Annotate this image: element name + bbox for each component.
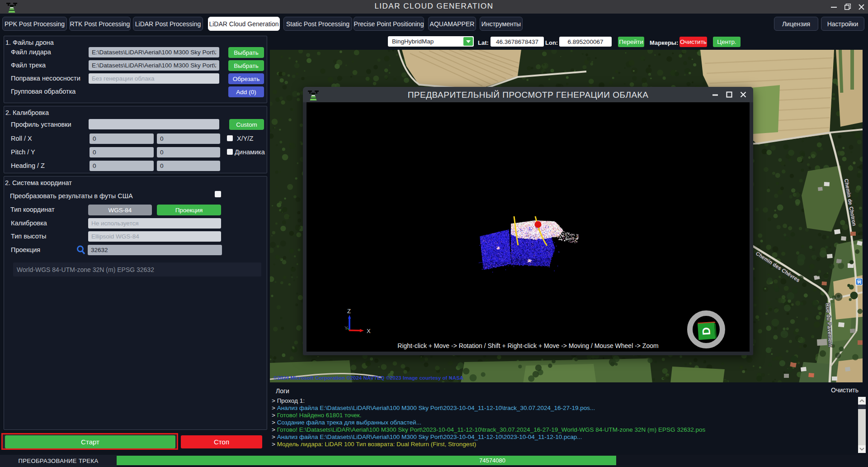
- projection-label: Проекция: [11, 246, 40, 253]
- lat-input[interactable]: [491, 37, 544, 47]
- wgs84-toggle-button[interactable]: WGS-84: [88, 205, 152, 215]
- modal-title-bar: ПРЕДВАРИТЕЛЬНЫЙ ПРОСМОТР ГЕНЕРАЦИИ ОБЛАК…: [303, 87, 753, 102]
- stop-button[interactable]: Стоп: [181, 435, 262, 448]
- heading-input-a[interactable]: [90, 161, 154, 171]
- progress-value: 74574080: [117, 457, 868, 464]
- modal-close-button[interactable]: [737, 87, 750, 102]
- logs-clear-button[interactable]: Очистить: [831, 386, 859, 394]
- window-title-bar: LIDAR CLOUD GENERATION: [0, 0, 868, 14]
- main-tab-bar: PPK Post Processing RTK Post Processing …: [0, 14, 868, 34]
- projection-result-box: World-WGS 84-UTM-zone 32N (m) EPSG 32632: [13, 262, 261, 276]
- log-line: > Анализ файла E:\Datasets\LiDAR\Aerial\…: [272, 405, 595, 411]
- dropdown-arrow-icon[interactable]: [463, 37, 473, 46]
- scrollbar-down-button[interactable]: [858, 445, 866, 453]
- dynamics-checkbox[interactable]: [227, 149, 233, 155]
- calibration-section-title: 2. Калибровка: [5, 109, 49, 116]
- window-minimize-button[interactable]: [827, 0, 840, 14]
- lon-label: Lon:: [545, 39, 558, 46]
- height-type-label: Тип высоты: [11, 233, 47, 240]
- tab-rtk-post-processing[interactable]: RTK Post Processing: [69, 17, 131, 31]
- heading-input-b[interactable]: [157, 161, 220, 171]
- height-type-input[interactable]: [88, 231, 221, 242]
- bus-stop-icon: [856, 278, 863, 285]
- roll-input-a[interactable]: [90, 133, 154, 144]
- logs-scrollbar[interactable]: [858, 397, 866, 453]
- install-profile-label: Профиль установки: [11, 121, 71, 128]
- xyz-checkbox[interactable]: [227, 135, 233, 141]
- viewport-hint-text: Right-click + Move -> Rotation / Shift +…: [307, 342, 750, 349]
- pitch-input-a[interactable]: [90, 147, 154, 157]
- projection-result-text: World-WGS 84-UTM-zone 32N (m) EPSG 32632: [17, 266, 154, 273]
- modal-title: ПРЕДВАРИТЕЛЬНЫЙ ПРОСМОТР ГЕНЕРАЦИИ ОБЛАК…: [303, 90, 753, 100]
- markers-label: Маркеры:: [650, 39, 678, 46]
- calibration-file-input[interactable]: [88, 218, 221, 229]
- left-settings-panel: 1. Файлы дрона Файл лидара Выбрать Файл …: [0, 34, 269, 455]
- map-go-button[interactable]: Перейти: [618, 37, 644, 47]
- log-line: > Готово! Найдено 61801 точек.: [272, 412, 361, 419]
- window-restore-button[interactable]: [841, 0, 854, 14]
- map-provider-value: BingHybridMap: [392, 38, 434, 45]
- scrollbar-thumb[interactable]: [858, 409, 866, 445]
- chevron-down-icon: [859, 448, 864, 451]
- lon-input[interactable]: [559, 37, 612, 47]
- track-file-input[interactable]: [89, 60, 219, 71]
- start-button[interactable]: Старт: [5, 435, 175, 448]
- chevron-up-icon: [859, 399, 864, 402]
- tab-precise-point-positioning[interactable]: Precise Point Positioning: [354, 17, 424, 31]
- coordinate-type-label: Тип координат: [10, 206, 55, 213]
- custom-profile-button[interactable]: Custom: [229, 119, 264, 130]
- window-close-button[interactable]: [855, 0, 868, 14]
- license-button[interactable]: Лицензия: [774, 17, 818, 31]
- point-cloud-viewport[interactable]: Z Y X D: [307, 102, 750, 352]
- pitch-input-b[interactable]: [157, 147, 220, 157]
- marker-red-dot: [535, 221, 542, 228]
- tab-static-post-processing[interactable]: Static Post Processing: [283, 17, 352, 31]
- progress-track: 74574080: [117, 455, 868, 467]
- log-line: > Модель лидара: LiDAR 100 Тип возврата:…: [272, 441, 476, 448]
- progress-bar-row: ПРЕОБРАЗОВАНИЕ ТРЕКА 74574080: [0, 455, 868, 467]
- minimize-icon: [712, 91, 718, 98]
- cloud-preview-modal: ПРЕДВАРИТЕЛЬНЫЙ ПРОСМОТР ГЕНЕРАЦИИ ОБЛАК…: [303, 87, 753, 355]
- scrollbar-up-button[interactable]: [858, 397, 866, 405]
- logs-panel: Логи Очистить > Проход 1:> Анализ файла …: [269, 382, 868, 455]
- map-center-button[interactable]: Центр.: [713, 37, 741, 47]
- roll-input-b[interactable]: [157, 133, 220, 144]
- app-title: LIDAR CLOUD GENERATION: [0, 2, 868, 11]
- projection-toggle-button[interactable]: Проекция: [157, 205, 221, 215]
- install-profile-input[interactable]: [89, 119, 219, 129]
- modal-maximize-button[interactable]: [723, 87, 736, 102]
- tab-lidar-cloud-generation[interactable]: LiDAR Cloud Generation: [208, 17, 280, 31]
- markers-clear-button[interactable]: Очистить: [679, 37, 707, 47]
- modal-minimize-button[interactable]: [709, 87, 722, 102]
- misalignment-input[interactable]: [89, 73, 219, 84]
- search-projection-icon[interactable]: [76, 245, 86, 255]
- roll-x-label: Roll / X: [11, 135, 32, 142]
- axis-x-label: X: [367, 328, 371, 334]
- projection-code-input[interactable]: [88, 245, 222, 255]
- application-window: LIDAR CLOUD GENERATION PPK Post Processi…: [0, 0, 868, 467]
- us-feet-checkbox[interactable]: [215, 191, 221, 197]
- batch-add-button[interactable]: Add (0): [228, 86, 264, 97]
- batch-processing-label: Групповая обработка: [11, 88, 75, 95]
- tab-ppk-post-processing[interactable]: PPK Post Processing: [2, 17, 67, 31]
- view-cube-letter: D: [700, 327, 712, 335]
- lat-label: Lat:: [478, 39, 489, 46]
- track-file-choose-button[interactable]: Выбрать: [228, 60, 264, 71]
- settings-button[interactable]: Настройки: [821, 17, 864, 31]
- tab-lidar-post-processing[interactable]: LiDAR Post Processing: [133, 17, 203, 31]
- crop-button[interactable]: Обрезать: [228, 73, 264, 84]
- log-line: > Создание файла трека для выбранных обл…: [272, 419, 421, 426]
- tab-aquamapper[interactable]: AQUAMAPPER: [428, 17, 476, 31]
- maximize-icon: [726, 91, 732, 98]
- lidar-file-input[interactable]: [89, 47, 219, 57]
- track-file-label: Файл трека: [11, 62, 46, 69]
- restore-icon: [844, 4, 851, 10]
- lidar-file-label: Файл лидара: [11, 48, 51, 56]
- drone-files-section-title: 1. Файлы дрона: [5, 39, 54, 46]
- map-provider-dropdown[interactable]: BingHybridMap: [388, 36, 474, 47]
- lidar-file-choose-button[interactable]: Выбрать: [228, 47, 264, 58]
- log-line: > Проход 1:: [272, 397, 305, 404]
- axis-z-label: Z: [347, 308, 351, 315]
- tab-tools[interactable]: Инструменты: [480, 17, 523, 31]
- map-attribution: ©2024 Microsoft Corporation ©2024 NAVTEQ…: [274, 375, 463, 381]
